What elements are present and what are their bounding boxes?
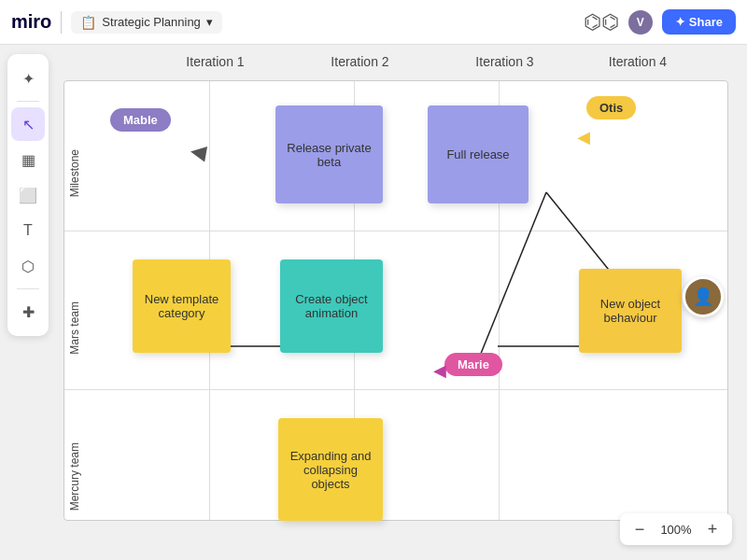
shapes-button[interactable]: ⬡: [11, 249, 45, 283]
avatar-v-initials: V: [637, 16, 644, 29]
left-toolbar: ✦ ↖ ▦ ⬜ T ⬡ ✚: [7, 54, 49, 336]
col-header-4: Iteration 4: [577, 54, 698, 69]
hline-2: [64, 389, 727, 390]
new-template-category[interactable]: New template category: [133, 259, 231, 353]
add-button[interactable]: ✚: [11, 295, 45, 329]
full-release[interactable]: Full release: [428, 105, 529, 203]
canvas: Iteration 1 Iteration 2 Iteration 3 Iter…: [0, 45, 747, 560]
topbar-right: ⌬⌬ V ✦ Share: [584, 8, 736, 36]
avatar-v[interactable]: V: [627, 8, 655, 36]
col-header-3: Iteration 3: [432, 54, 577, 69]
toolbar-divider-2: [17, 288, 39, 289]
row-header-mars: Mars team: [67, 248, 82, 407]
mable-bubble[interactable]: Mable: [110, 108, 171, 132]
new-object-behaviour[interactable]: New object behaviour: [579, 269, 682, 353]
col-header-1: Iteration 1: [143, 54, 288, 69]
frame-button[interactable]: ⬜: [11, 178, 45, 212]
zoom-controls: − 100% +: [620, 513, 732, 545]
board-name-button[interactable]: 📋 Strategic Planning ▾: [71, 11, 222, 34]
text-button[interactable]: T: [11, 214, 45, 247]
release-private-beta[interactable]: Release private beta: [275, 105, 383, 203]
share-icon: ✦: [675, 15, 685, 29]
otis-bubble[interactable]: Otis: [586, 96, 636, 119]
zoom-level: 100%: [659, 523, 693, 537]
collaboration-icon[interactable]: ⌬⌬: [584, 10, 619, 35]
logo-divider: [61, 11, 62, 34]
otis-arrow: ▶: [577, 127, 590, 147]
marie-bubble[interactable]: Marie: [444, 353, 502, 376]
board-name-label: Strategic Planning: [102, 15, 201, 29]
sparkle-button[interactable]: ✦: [11, 62, 45, 95]
row-header-mercury: Mercury team: [67, 407, 82, 547]
row-header-milestone: Milestone: [67, 99, 82, 248]
grid-button[interactable]: ▦: [11, 143, 45, 176]
hline-1: [64, 231, 727, 231]
share-button[interactable]: ✦ Share: [662, 9, 736, 35]
toolbar-divider: [17, 101, 39, 102]
marie-arrow: ◀: [433, 360, 446, 381]
cursor-button[interactable]: ↖: [11, 107, 45, 141]
board-icon: 📋: [80, 15, 96, 30]
zoom-in-button[interactable]: +: [700, 517, 725, 541]
zoom-out-button[interactable]: −: [627, 517, 652, 541]
col-header-2: Iteration 2: [288, 54, 432, 69]
expanding-collapsing[interactable]: Expanding and collapsing objects: [278, 418, 383, 521]
top-bar: miro 📋 Strategic Planning ▾ ⌬⌬ V ✦ Share: [0, 0, 747, 45]
chevron-down-icon: ▾: [206, 15, 213, 29]
canvas-avatar: 👤: [683, 276, 724, 317]
create-object-animation[interactable]: Create object animation: [280, 259, 383, 353]
share-label: Share: [689, 15, 723, 29]
miro-logo: miro: [11, 11, 51, 33]
